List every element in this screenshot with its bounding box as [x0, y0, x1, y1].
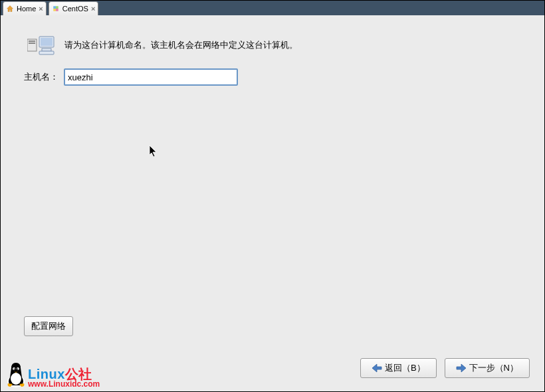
tab-centos[interactable]: CentOS ×	[49, 1, 99, 15]
svg-point-16	[17, 369, 19, 370]
svg-point-14	[14, 369, 15, 370]
close-icon[interactable]: ×	[39, 5, 43, 13]
svg-rect-5	[29, 41, 35, 42]
svg-rect-2	[53, 9, 56, 11]
computer-network-icon	[27, 34, 56, 56]
tab-home-label: Home	[17, 5, 36, 13]
tab-bar: Home × CentOS ×	[1, 1, 544, 15]
svg-rect-8	[41, 38, 53, 46]
svg-point-12	[11, 373, 21, 385]
svg-rect-1	[56, 6, 58, 9]
svg-rect-9	[42, 49, 51, 51]
tab-centos-label: CentOS	[62, 5, 88, 13]
home-icon	[6, 5, 14, 13]
hostname-label: 主机名：	[24, 71, 58, 83]
svg-rect-6	[29, 43, 35, 44]
installer-body: 请为这台计算机命名。该主机名会在网络中定义这台计算机。 主机名： 配置网络 返回…	[1, 15, 544, 391]
svg-rect-10	[39, 51, 54, 54]
tab-home[interactable]: Home ×	[3, 1, 47, 15]
tux-icon	[5, 361, 27, 388]
close-icon[interactable]: ×	[91, 5, 95, 13]
hostname-input[interactable]	[64, 68, 238, 86]
watermark-url: www.Linuxidc.com	[28, 380, 100, 388]
next-button[interactable]: 下一步（N）	[445, 358, 530, 378]
arrow-right-icon	[456, 363, 467, 373]
watermark-title: Linux公社	[28, 367, 100, 381]
arrow-left-icon	[372, 363, 382, 373]
svg-rect-3	[56, 9, 58, 11]
back-button-label: 返回（B）	[385, 362, 425, 374]
mouse-cursor-icon	[149, 145, 158, 158]
centos-icon	[52, 5, 60, 13]
back-button[interactable]: 返回（B）	[360, 358, 437, 378]
watermark: Linux公社 www.Linuxidc.com	[5, 361, 100, 388]
installer-description: 请为这台计算机命名。该主机名会在网络中定义这台计算机。	[64, 39, 298, 51]
svg-rect-0	[53, 6, 56, 9]
configure-network-button[interactable]: 配置网络	[24, 316, 73, 336]
next-button-label: 下一步（N）	[469, 362, 518, 374]
